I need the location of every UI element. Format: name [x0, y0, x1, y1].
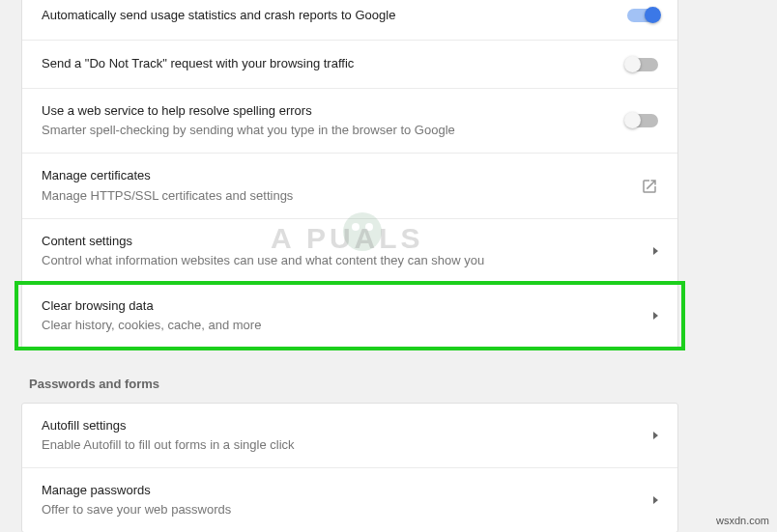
spell-check-desc: Smarter spell-checking by sending what y…	[42, 122, 455, 139]
content-settings-title: Content settings	[42, 233, 484, 250]
autofill-settings-row[interactable]: Autofill settings Enable Autofill to fil…	[22, 404, 677, 467]
row-text: Manage certificates Manage HTTPS/SSL cer…	[42, 167, 293, 204]
manage-passwords-desc: Offer to save your web passwords	[42, 501, 231, 518]
chevron-right-icon	[653, 247, 658, 255]
row-text: Automatically send usage statistics and …	[42, 7, 395, 24]
chevron-right-icon	[653, 312, 658, 320]
do-not-track-toggle[interactable]	[627, 58, 658, 71]
content-settings-row[interactable]: Content settings Control what informatio…	[22, 218, 677, 283]
privacy-settings-panel: Automatically send usage statistics and …	[21, 0, 678, 350]
manage-certificates-desc: Manage HTTPS/SSL certificates and settin…	[42, 187, 293, 205]
usage-statistics-row[interactable]: Automatically send usage statistics and …	[22, 0, 677, 40]
clear-browsing-data-title: Clear browsing data	[42, 297, 261, 315]
row-text: Manage passwords Offer to save your web …	[42, 482, 231, 518]
do-not-track-title: Send a "Do Not Track" request with your …	[42, 55, 354, 72]
row-text: Autofill settings Enable Autofill to fil…	[42, 417, 295, 454]
attribution-text: wsxdn.com	[716, 515, 769, 526]
usage-statistics-title: Automatically send usage statistics and …	[42, 7, 395, 24]
row-text: Clear browsing data Clear history, cooki…	[42, 297, 261, 334]
manage-certificates-title: Manage certificates	[42, 167, 293, 184]
autofill-settings-desc: Enable Autofill to fill out forms in a s…	[42, 436, 295, 454]
row-text: Content settings Control what informatio…	[42, 233, 484, 269]
external-link-icon	[641, 178, 658, 195]
content-settings-desc: Control what information websites can us…	[42, 252, 484, 269]
chevron-right-icon	[653, 496, 658, 504]
manage-passwords-row[interactable]: Manage passwords Offer to save your web …	[22, 467, 677, 532]
row-text: Send a "Do Not Track" request with your …	[42, 55, 354, 72]
manage-passwords-title: Manage passwords	[42, 482, 231, 499]
spell-check-row[interactable]: Use a web service to help resolve spelli…	[22, 88, 677, 153]
spell-check-toggle[interactable]	[627, 114, 658, 127]
passwords-forms-panel: Autofill settings Enable Autofill to fil…	[21, 403, 678, 533]
manage-certificates-row[interactable]: Manage certificates Manage HTTPS/SSL cer…	[22, 153, 677, 217]
chevron-right-icon	[653, 432, 658, 439]
autofill-settings-title: Autofill settings	[42, 417, 295, 434]
row-text: Use a web service to help resolve spelli…	[42, 102, 455, 139]
clear-browsing-data-desc: Clear history, cookies, cache, and more	[42, 317, 261, 334]
do-not-track-row[interactable]: Send a "Do Not Track" request with your …	[22, 40, 677, 88]
clear-browsing-data-row[interactable]: Clear browsing data Clear history, cooki…	[16, 283, 683, 348]
passwords-forms-section-title: Passwords and forms	[29, 377, 756, 391]
spell-check-title: Use a web service to help resolve spelli…	[42, 102, 455, 120]
usage-statistics-toggle[interactable]	[627, 9, 658, 22]
